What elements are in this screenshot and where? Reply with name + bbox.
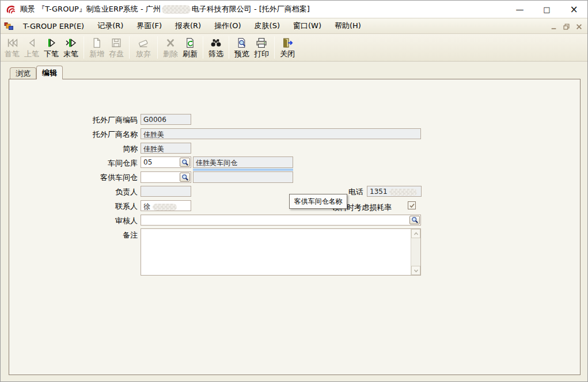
app-window: 顺景 『T-GROUP』制造业ERP系统 - 广州 电子科技有限公司 - [托外… [0,0,588,382]
new-record-icon [90,37,103,48]
eraser-icon [137,37,150,48]
first-record-button: 首笔 [2,34,22,61]
phone-field[interactable]: 1351 [367,186,422,197]
workshop-warehouse-code-field[interactable]: 05 [141,156,191,168]
remarks-scrollbar[interactable] [411,229,420,275]
vendor-code-field[interactable]: G0006 [141,114,191,125]
phone-value: 1351 [370,188,388,196]
toolbar-button-label: 下笔 [44,49,59,59]
toolbar-separator [157,36,158,59]
save-icon [110,37,123,48]
toolbar-button-label: 新增 [89,49,104,59]
window-close-button[interactable]: × [560,1,587,18]
menu-item-interface[interactable]: 界面(F) [132,18,166,33]
toolbar-separator [84,36,84,59]
short-name-label: 简称 [63,144,138,154]
menu-item-window[interactable]: 窗口(W) [289,18,326,33]
focus-underline [193,169,293,171]
contact-label: 联系人 [63,201,138,212]
last-record-button[interactable]: 末笔 [61,34,81,61]
shunjing-logo-icon [6,4,16,14]
remarks-label: 备注 [63,230,138,240]
last-record-icon [65,37,77,48]
magnifier-icon [181,159,189,166]
prev-record-icon [25,37,38,48]
tab-browse[interactable]: 浏览 [10,67,36,79]
toolbar-separator [129,36,130,59]
scroll-up-button[interactable] [411,229,420,238]
mdi-restore-icon [563,24,570,30]
toolbar-button-label: 打印 [254,49,269,59]
abandon-button: 放弃 [132,34,154,61]
delete-button: 删除 [161,34,180,61]
menu-item-help[interactable]: 帮助(H) [330,18,366,33]
title-bar: 顺景 『T-GROUP』制造业ERP系统 - 广州 电子科技有限公司 - [托外… [1,1,587,18]
save-button: 存盘 [107,34,126,61]
toolbar-button-label: 关闭 [280,49,295,59]
toolbar-button-label: 首笔 [5,49,20,59]
prev-record-button: 上笔 [22,34,41,61]
remarks-field[interactable] [141,228,421,276]
loss-rate-checkbox[interactable] [408,201,416,209]
mdi-minimize-icon [551,24,557,30]
toolbar-separator [274,36,275,59]
next-record-icon [45,37,58,48]
redacted-company-name [162,5,191,14]
menu-item-tgroup-erp[interactable]: T-GROUP ERP(E) [18,20,89,33]
toolbar-button-label: 末笔 [63,49,78,59]
window-maximize-button[interactable]: □ [533,1,560,18]
window-title-prefix: 顺景 『T-GROUP』制造业ERP系统 - 广州 [20,4,161,14]
printer-icon [255,37,268,48]
print-button[interactable]: 打印 [252,34,271,61]
menu-item-reports[interactable]: 报表(R) [170,18,206,33]
new-record-button: 新增 [87,34,107,61]
window-minimize-button[interactable]: — [506,1,533,18]
preview-button[interactable]: 预览 [232,34,252,61]
mdi-close-icon [576,24,582,30]
manager-label: 负责人 [63,187,138,197]
tab-edit[interactable]: 编辑 [36,66,63,79]
close-form-button[interactable]: 关闭 [278,34,297,61]
mdi-close-button[interactable] [575,23,583,30]
menu-item-operations[interactable]: 操作(O) [210,18,245,33]
menu-item-skin[interactable]: 皮肤(S) [250,18,284,33]
menu-item-records[interactable]: 记录(R) [93,18,128,33]
toolbar-separator [203,36,203,59]
auditor-lookup-button[interactable] [409,216,420,224]
customer-warehouse-name-field[interactable] [193,171,293,183]
tooltip-customer-warehouse-name: 客供车间仓名称 [289,194,347,209]
workshop-warehouse-code-value: 05 [143,158,152,166]
customer-warehouse-lookup-button[interactable] [180,173,190,182]
magnifier-icon [181,174,189,181]
auditor-label: 审核人 [63,216,138,226]
contact-field[interactable]: 徐 [141,200,191,211]
filter-button[interactable]: 筛选 [206,34,226,61]
refresh-button[interactable]: 刷新 [180,34,200,61]
print-preview-icon [236,37,248,48]
mdi-restore-button[interactable] [563,23,570,30]
vendor-code-label: 托外厂商编码 [63,115,138,125]
customer-warehouse-code-field[interactable] [141,171,191,183]
form-icon [4,21,14,31]
toolbar-button-label: 存盘 [109,49,124,59]
customer-warehouse-label: 客供车间仓 [63,173,138,183]
workshop-warehouse-lookup-button[interactable] [180,158,190,167]
binoculars-icon [210,37,222,48]
window-controls: — □ × [506,1,587,18]
toolbar-separator [229,36,229,59]
workshop-warehouse-name-field[interactable]: 佳胜美车间仓 [193,156,293,168]
mdi-minimize-button[interactable] [550,23,557,30]
toolbar-button-label: 删除 [163,49,178,59]
manager-field[interactable] [141,186,191,197]
exit-door-icon [281,37,294,48]
vendor-name-field[interactable]: 佳胜美 [141,128,421,139]
magnifier-icon [411,216,419,224]
delete-icon [164,37,177,48]
window-title: 顺景 『T-GROUP』制造业ERP系统 - 广州 电子科技有限公司 - [托外… [20,4,310,14]
next-record-button[interactable]: 下笔 [41,34,61,61]
toolbar-button-label: 刷新 [183,49,198,59]
short-name-field[interactable]: 佳胜美 [141,143,191,154]
auditor-field[interactable] [141,215,421,226]
scroll-down-button[interactable] [411,266,420,275]
checkmark-icon [409,203,415,209]
